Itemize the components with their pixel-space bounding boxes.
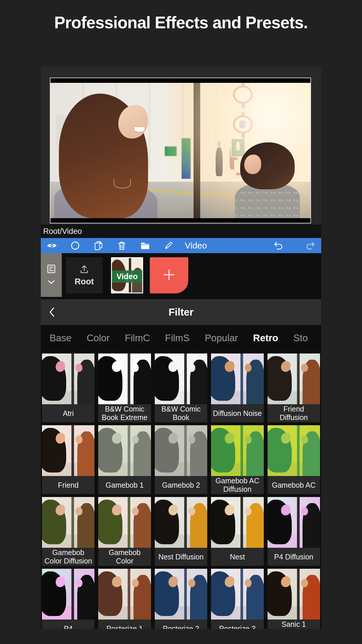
filter-category-tabs: BaseColorFilmCFilmSPopularRetroSto xyxy=(41,325,321,351)
video-layer-banner: Video xyxy=(112,270,142,283)
add-layer-button[interactable] xyxy=(150,257,188,293)
filter-thumbnail xyxy=(211,425,263,476)
video-preview-area xyxy=(41,67,321,225)
filter-tile-b-w-comic-book[interactable]: B&W Comic Book xyxy=(155,354,207,422)
duplicate-icon[interactable] xyxy=(93,240,104,251)
thumb-woman-left-face xyxy=(225,433,234,444)
filter-tile-nest[interactable]: Nest xyxy=(211,497,263,566)
tab-sto[interactable]: Sto xyxy=(294,332,308,344)
filter-name-label: Gamebob 2 xyxy=(155,476,207,494)
filter-tile-b-w-comic-book-extreme[interactable]: B&W Comic Book Extreme xyxy=(98,354,151,422)
filter-name-label: Diffusion Noise xyxy=(211,404,263,422)
filter-thumbnail xyxy=(268,354,320,404)
letterbox-top xyxy=(50,78,310,83)
selection-circle-icon[interactable] xyxy=(70,240,80,251)
trash-icon[interactable] xyxy=(117,240,127,251)
filter-thumbnail xyxy=(155,497,207,548)
filter-tile-p4[interactable]: P4 xyxy=(42,569,94,629)
root-layer-label: Root xyxy=(75,277,94,286)
visibility-eye-icon[interactable] xyxy=(47,240,57,251)
video-preview[interactable] xyxy=(50,78,311,223)
thumb-woman-left-face xyxy=(168,361,178,372)
filter-tile-diffusion-noise[interactable]: Diffusion Noise xyxy=(211,354,263,422)
tab-filmc[interactable]: FilmC xyxy=(125,332,150,344)
breadcrumb: Root/Video xyxy=(43,227,82,236)
thumb-woman-right-face xyxy=(132,579,139,587)
thumb-pole xyxy=(71,569,74,620)
filter-tile-friend-diffusion[interactable]: Friend Diffusion xyxy=(268,354,320,422)
filter-tile-p4-diffusion[interactable]: P4 Diffusion xyxy=(268,497,320,566)
filter-name-label: Gamebob Color xyxy=(98,548,151,566)
layer-item-root[interactable]: Root xyxy=(66,257,103,293)
filter-name-label: Sanic 1 Diffusion xyxy=(268,620,320,629)
filter-tile-posterize-3[interactable]: Posterize 3 xyxy=(211,569,263,629)
thumb-woman-left-face xyxy=(56,505,65,515)
filter-thumbnail xyxy=(268,425,320,476)
thumb-woman-left-face xyxy=(56,433,65,444)
tab-base[interactable]: Base xyxy=(50,332,71,344)
filter-tile-posterize-2[interactable]: Posterize 2 xyxy=(155,569,207,629)
filter-thumbnail xyxy=(211,569,263,620)
filter-tile-posterize-1[interactable]: Posterize 1 xyxy=(98,569,151,629)
layer-list-toggle[interactable] xyxy=(41,253,62,297)
letterbox-bottom xyxy=(50,218,310,223)
filter-name-label: P4 Diffusion xyxy=(268,548,320,566)
filter-tile-atri[interactable]: Atri xyxy=(42,354,94,422)
filter-tile-gamebob-color-diffusion[interactable]: Gamebob Color Diffusion xyxy=(42,497,94,566)
thumb-woman-right-face xyxy=(132,435,139,444)
thumb-pole xyxy=(184,425,187,476)
redo-icon[interactable] xyxy=(305,240,315,251)
thumb-woman-left-face xyxy=(56,361,65,372)
thumb-woman-left-face xyxy=(112,361,121,372)
filter-thumbnail xyxy=(42,425,94,476)
filter-tile-nest-diffusion[interactable]: Nest Diffusion xyxy=(155,497,207,566)
thumb-pole xyxy=(71,354,74,404)
tab-popular[interactable]: Popular xyxy=(205,332,238,344)
layer-item-video[interactable]: Video xyxy=(111,257,143,293)
thumb-woman-right-face xyxy=(188,579,195,587)
filter-name-label: Gamebob 1 xyxy=(98,476,151,494)
thumb-pole xyxy=(240,425,243,476)
filter-tile-friend[interactable]: Friend xyxy=(42,425,94,494)
thumb-pole xyxy=(240,569,243,620)
thumb-woman-right-face xyxy=(75,435,82,444)
thumb-pole xyxy=(297,425,300,476)
filter-name-label: Posterize 2 xyxy=(155,620,207,629)
filter-thumbnail xyxy=(268,497,320,548)
back-button[interactable] xyxy=(44,299,60,325)
rename-pencil-icon[interactable] xyxy=(163,240,174,251)
thumb-woman-left-face xyxy=(281,505,290,515)
filter-panel-title: Filter xyxy=(168,306,194,318)
filter-tile-gamebob-ac[interactable]: Gamebob AC xyxy=(268,425,320,494)
tab-films[interactable]: FilmS xyxy=(165,332,189,344)
thumb-pole xyxy=(184,569,187,620)
thumb-pole xyxy=(240,354,243,404)
thumb-woman-right-face xyxy=(301,364,308,372)
thumb-woman-left-face xyxy=(112,576,121,587)
filter-tile-gamebob-ac-diffusion[interactable]: Gamebob AC Diffusion xyxy=(211,425,263,494)
thumb-woman-right-face xyxy=(301,507,308,515)
folder-icon[interactable] xyxy=(140,240,150,251)
filter-thumbnail xyxy=(155,425,207,476)
woman-left xyxy=(54,94,168,218)
thumb-woman-left-face xyxy=(281,576,290,587)
undo-icon[interactable] xyxy=(273,240,284,251)
thumb-woman-left-face xyxy=(281,433,290,444)
thumb-woman-left-face xyxy=(56,576,65,587)
thumb-pole xyxy=(297,569,300,620)
thumb-pole xyxy=(71,497,74,548)
filter-grid: AtriB&W Comic Book ExtremeB&W Comic Book… xyxy=(41,351,321,629)
filter-tile-gamebob-color[interactable]: Gamebob Color xyxy=(98,497,151,566)
filter-tile-gamebob-1[interactable]: Gamebob 1 xyxy=(98,425,151,494)
tab-retro[interactable]: Retro xyxy=(253,332,278,344)
thumb-pole xyxy=(240,497,243,548)
clip-toolbar: Video xyxy=(41,238,321,253)
toolbar-right-group xyxy=(252,240,315,251)
filter-tile-sanic-1-diffusion[interactable]: Sanic 1 Diffusion xyxy=(268,569,320,629)
thumb-pole xyxy=(184,354,187,404)
thumb-woman-right-face xyxy=(132,364,139,372)
filter-tile-gamebob-2[interactable]: Gamebob 2 xyxy=(155,425,207,494)
tab-color[interactable]: Color xyxy=(87,332,110,344)
necklace xyxy=(114,179,131,188)
filter-name-label: Gamebob Color Diffusion xyxy=(42,548,94,566)
